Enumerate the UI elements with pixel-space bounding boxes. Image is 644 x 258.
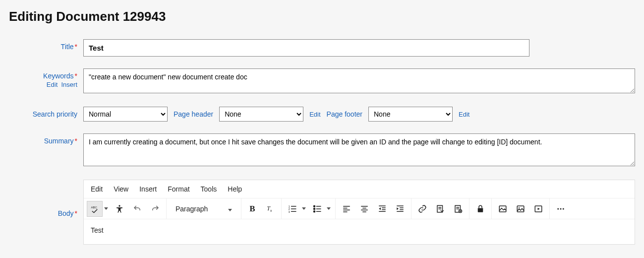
bullet-list-dropdown[interactable] xyxy=(325,201,332,217)
numbered-list-button[interactable]: 123 xyxy=(285,201,300,217)
numbered-list-icon: 123 xyxy=(288,204,297,213)
title-input[interactable] xyxy=(83,39,529,57)
clear-format-icon: Tx xyxy=(266,204,275,213)
undo-icon xyxy=(133,204,142,213)
svg-marker-28 xyxy=(379,207,381,210)
svg-point-12 xyxy=(314,210,315,212)
outdent-button[interactable] xyxy=(374,201,390,217)
summary-required: * xyxy=(75,137,77,145)
body-label: Body xyxy=(58,209,74,217)
template-button[interactable] xyxy=(432,201,448,217)
page-footer-edit-link[interactable]: Edit xyxy=(459,111,469,118)
page-header-edit-link[interactable]: Edit xyxy=(309,111,320,118)
numbered-list-dropdown[interactable] xyxy=(300,201,307,217)
editor-menubar: Edit View Insert Format Tools Help xyxy=(84,180,635,198)
page-footer-label: Page footer xyxy=(327,110,362,118)
rich-text-editor: Edit View Insert Format Tools Help ABC xyxy=(83,180,635,245)
page-title: Editing Document 129943 xyxy=(9,9,635,24)
editor-toolbar: ABC xyxy=(84,198,635,219)
svg-text:x: x xyxy=(270,209,272,212)
undo-button[interactable] xyxy=(129,201,145,217)
editor-menu-tools[interactable]: Tools xyxy=(201,185,217,193)
keywords-label: Keywords xyxy=(43,72,73,80)
link-icon xyxy=(418,204,427,213)
media-icon xyxy=(516,204,525,213)
template-icon xyxy=(436,204,445,213)
redo-icon xyxy=(151,204,160,213)
chevron-down-icon xyxy=(228,205,232,213)
editor-menu-format[interactable]: Format xyxy=(168,185,189,193)
block-format-label: Paragraph xyxy=(176,205,208,213)
svg-point-11 xyxy=(314,208,315,209)
link-button[interactable] xyxy=(414,201,430,217)
redo-button[interactable] xyxy=(147,201,163,217)
editor-menu-edit[interactable]: Edit xyxy=(91,185,103,193)
indent-button[interactable] xyxy=(392,201,408,217)
indent-icon xyxy=(396,204,405,213)
svg-rect-45 xyxy=(517,206,524,212)
more-button[interactable] xyxy=(553,201,569,217)
media-button[interactable] xyxy=(513,201,528,217)
editor-menu-help[interactable]: Help xyxy=(228,185,242,193)
align-center-icon xyxy=(360,204,369,213)
bullet-list-button[interactable] xyxy=(309,201,325,217)
page-header-label: Page header xyxy=(174,110,213,118)
keywords-required: * xyxy=(75,72,77,80)
keywords-textarea[interactable]: "create a new document" new document cre… xyxy=(83,68,635,93)
svg-point-46 xyxy=(519,207,520,208)
summary-textarea[interactable]: I am currently creating a document, but … xyxy=(83,133,635,166)
svg-point-1 xyxy=(118,205,120,206)
outdent-icon xyxy=(378,204,387,213)
insert-template-icon xyxy=(454,204,463,213)
keywords-edit-link[interactable]: Edit xyxy=(47,81,58,88)
bullet-list-icon xyxy=(313,204,322,213)
page-footer-select[interactable]: None xyxy=(368,107,453,122)
title-label: Title xyxy=(61,43,74,51)
editor-menu-view[interactable]: View xyxy=(114,185,128,193)
svg-text:3: 3 xyxy=(289,210,290,213)
page-header-select[interactable]: None xyxy=(219,107,303,122)
svg-point-50 xyxy=(560,208,562,209)
title-required: * xyxy=(75,43,77,51)
editor-menu-insert[interactable]: Insert xyxy=(139,185,157,193)
svg-point-51 xyxy=(563,208,564,209)
accessibility-icon xyxy=(115,204,124,213)
spellcheck-icon: ABC xyxy=(90,204,99,213)
lock-button[interactable] xyxy=(472,201,488,217)
lock-icon xyxy=(476,204,485,213)
image-icon xyxy=(498,204,507,213)
keywords-insert-link[interactable]: Insert xyxy=(61,81,77,88)
svg-rect-43 xyxy=(478,208,483,212)
align-left-button[interactable] xyxy=(339,201,354,217)
svg-point-49 xyxy=(557,208,559,209)
bold-button[interactable]: B xyxy=(244,201,260,217)
image-button[interactable] xyxy=(495,201,511,217)
align-left-icon xyxy=(342,204,351,213)
more-icon xyxy=(556,204,565,213)
svg-marker-33 xyxy=(397,207,399,210)
block-format-select[interactable]: Paragraph xyxy=(172,201,236,217)
clear-format-button[interactable]: Tx xyxy=(262,201,278,217)
align-center-button[interactable] xyxy=(356,201,372,217)
summary-label: Summary xyxy=(44,137,74,145)
insert-template-button[interactable] xyxy=(450,201,466,217)
search-priority-select[interactable]: Normal xyxy=(83,107,168,122)
editor-body[interactable]: Test xyxy=(84,219,635,244)
video-button[interactable] xyxy=(530,201,546,217)
body-required: * xyxy=(75,209,77,217)
bold-icon: B xyxy=(249,204,255,214)
search-priority-label: Search priority xyxy=(33,110,77,118)
accessibility-button[interactable] xyxy=(112,201,127,217)
video-icon xyxy=(534,204,543,213)
svg-text:ABC: ABC xyxy=(91,205,98,208)
svg-point-10 xyxy=(314,205,315,207)
spellcheck-dropdown[interactable] xyxy=(103,201,110,217)
spellcheck-button[interactable]: ABC xyxy=(87,201,103,217)
svg-marker-48 xyxy=(538,207,540,210)
